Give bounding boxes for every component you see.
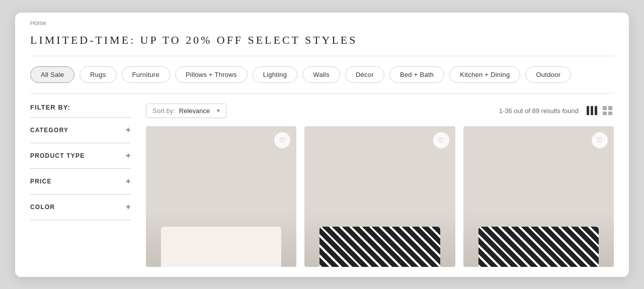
tab-furniture[interactable]: Furniture (122, 66, 170, 83)
filter-label-price: PRICE (30, 178, 52, 185)
wishlist-button[interactable]: ♡ (274, 132, 290, 148)
wishlist-button[interactable]: ♡ (592, 132, 608, 148)
product-card: ♡ (463, 126, 614, 267)
product-card: ♡ (146, 126, 296, 267)
tab-pillows-throws[interactable]: Pillows + Throws (175, 66, 248, 83)
filter-expand-icon-product-type: + (125, 151, 131, 160)
view-icons (586, 105, 614, 116)
toolbar: Sort by: Relevance ▾ 1-36 out of 89 resu… (146, 104, 614, 118)
tab-rugs[interactable]: Rugs (79, 66, 116, 83)
svg-rect-6 (608, 112, 612, 115)
tab-lighting[interactable]: Lighting (253, 66, 298, 83)
toolbar-right: 1-36 out of 89 results found (499, 105, 614, 116)
filter-label-category: CATEGORY (30, 127, 68, 134)
tab-d-cor[interactable]: Décor (345, 66, 384, 83)
filter-section-category[interactable]: CATEGORY+ (30, 118, 131, 143)
category-tabs: All SaleRugsFurniturePillows + ThrowsLig… (15, 56, 629, 93)
svg-rect-0 (587, 106, 589, 115)
content-area: Sort by: Relevance ▾ 1-36 out of 89 resu… (146, 104, 614, 267)
svg-rect-3 (603, 106, 607, 110)
product-image (463, 126, 614, 267)
filter-section-color[interactable]: COLOR+ (30, 195, 131, 220)
filter-label-color: COLOR (30, 204, 55, 211)
filter-expand-icon-category: + (125, 126, 131, 135)
tab-walls[interactable]: Walls (302, 66, 340, 83)
results-count: 1-36 out of 89 results found (499, 107, 579, 115)
three-column-view-button[interactable] (586, 105, 599, 116)
sort-select[interactable]: Sort by: Relevance ▾ (146, 104, 226, 118)
filter-expand-icon-color: + (125, 203, 131, 212)
svg-rect-5 (603, 112, 607, 115)
breadcrumb: Home (15, 13, 629, 30)
filter-section-price[interactable]: PRICE+ (30, 169, 131, 195)
tab-outdoor[interactable]: Outdoor (525, 66, 571, 83)
svg-rect-2 (595, 106, 597, 115)
main-window: Home LIMITED-TIME: UP TO 20% OFF SELECT … (15, 13, 629, 277)
product-item-preview (161, 227, 281, 267)
product-image (146, 126, 296, 267)
two-column-view-button[interactable] (602, 105, 614, 116)
svg-rect-1 (591, 106, 593, 115)
product-item-preview (319, 227, 440, 267)
filter-label-product-type: PRODUCT TYPE (30, 152, 85, 159)
product-card: ♡ (304, 126, 455, 267)
filter-section-product-type[interactable]: PRODUCT TYPE+ (30, 143, 131, 169)
svg-rect-4 (608, 106, 612, 110)
tab-bed-bath[interactable]: Bed + Bath (389, 66, 444, 83)
filter-by-label: FILTER BY: (30, 104, 131, 117)
tab-all-sale[interactable]: All Sale (30, 66, 74, 83)
product-item-preview (478, 227, 599, 267)
wishlist-button[interactable]: ♡ (433, 132, 449, 148)
product-image (304, 126, 455, 267)
tab-kitchen-dining[interactable]: Kitchen + Dining (449, 66, 520, 83)
filter-expand-icon-price: + (125, 177, 131, 186)
sidebar: FILTER BY: CATEGORY+PRODUCT TYPE+PRICE+C… (30, 104, 131, 267)
sort-label: Sort by: (152, 107, 175, 115)
chevron-down-icon: ▾ (217, 107, 220, 115)
main-area: FILTER BY: CATEGORY+PRODUCT TYPE+PRICE+C… (15, 93, 629, 267)
sort-value: Relevance (179, 107, 210, 115)
products-grid: ♡ ♡ ♡ (146, 126, 614, 267)
page-title: LIMITED-TIME: UP TO 20% OFF SELECT STYLE… (15, 30, 629, 56)
